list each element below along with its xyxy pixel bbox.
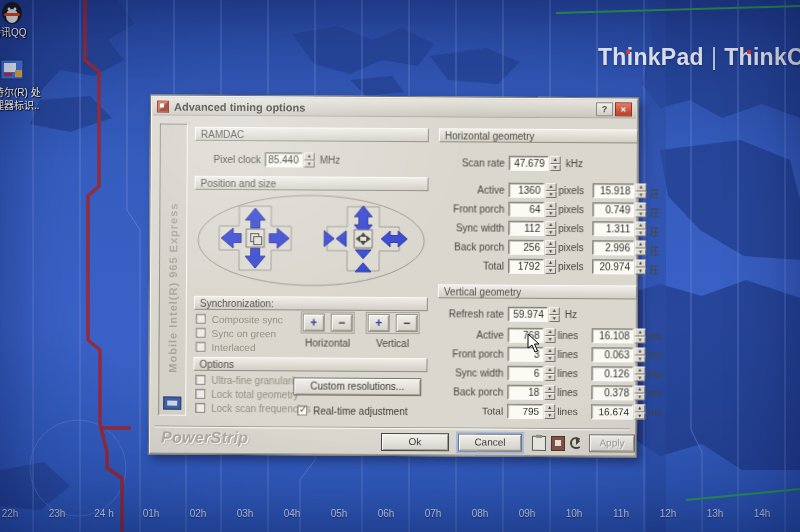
horizontal-polarity-group: + − xyxy=(301,311,355,333)
spinner[interactable] xyxy=(544,385,555,400)
spinner[interactable] xyxy=(635,202,646,217)
help-button[interactable]: ? xyxy=(596,102,613,116)
row-label: Back porch xyxy=(437,386,503,397)
apply-button[interactable]: Apply xyxy=(589,434,635,452)
copy-timings-icon[interactable] xyxy=(532,436,546,451)
pixel-clock-label: Pixel clock xyxy=(195,154,261,165)
h-sync-plus-button[interactable]: + xyxy=(303,313,325,331)
spinner[interactable] xyxy=(545,202,556,217)
h-active-row: Active 1360 pixels 15.918 荘 xyxy=(438,182,638,199)
spinner[interactable] xyxy=(634,385,645,400)
restore-icon[interactable] xyxy=(570,437,582,449)
scan-rate-unit: kHz xyxy=(566,158,583,169)
desktop-icon-intel-label-2: 理器标识.. xyxy=(0,97,40,112)
section-ramdac: RAMDAC xyxy=(195,127,429,142)
realtime-adjustment-checkbox[interactable] xyxy=(297,405,307,415)
h-sync-width-time-field[interactable]: 1.311 xyxy=(592,221,634,236)
h-sync-minus-button[interactable]: − xyxy=(331,314,353,332)
save-timings-icon[interactable] xyxy=(551,436,565,451)
v-sync-plus-button[interactable]: + xyxy=(368,314,390,332)
h-front-porch-time-field[interactable]: 0.749 xyxy=(592,202,634,217)
hour-label: 07h xyxy=(410,508,456,519)
section-synchronization: Synchronization: xyxy=(194,296,428,311)
row-label: Total xyxy=(437,405,503,416)
desktop-icon-intel-utility[interactable] xyxy=(0,58,24,86)
ok-button[interactable]: Ok xyxy=(381,433,449,451)
hour-label: 05h xyxy=(316,508,362,519)
interlaced-checkbox[interactable] xyxy=(196,342,206,352)
h-front-porch-pixels-field[interactable]: 64 xyxy=(508,202,544,217)
refresh-rate-field[interactable]: 59.974 xyxy=(508,307,548,322)
sync-on-green-checkbox[interactable] xyxy=(196,328,206,338)
v-back-porch-lines-field[interactable]: 18 xyxy=(507,385,543,400)
close-button[interactable]: × xyxy=(615,102,632,116)
h-active-pixels-field[interactable]: 1360 xyxy=(508,183,544,198)
refresh-rate-spinner[interactable] xyxy=(549,307,560,322)
hour-label: 09h xyxy=(504,508,550,519)
hour-label: 24 h xyxy=(81,508,127,519)
pixels-unit: pixels xyxy=(558,185,584,196)
v-total-lines-field[interactable]: 795 xyxy=(507,404,543,419)
pixel-clock-spinner[interactable] xyxy=(304,152,315,167)
lock-geometry-checkbox[interactable] xyxy=(195,389,205,399)
spinner[interactable] xyxy=(545,183,556,198)
cancel-button[interactable]: Cancel xyxy=(458,433,522,451)
h-sync-width-pixels-field[interactable]: 112 xyxy=(508,221,544,236)
title-bar[interactable]: Advanced timing options ? × xyxy=(153,98,636,119)
spinner[interactable] xyxy=(635,240,646,255)
v-sync-width-lines-field[interactable]: 6 xyxy=(507,366,543,381)
lock-frequencies-checkbox[interactable] xyxy=(195,403,205,413)
custom-resolutions-button[interactable]: Custom resolutions... xyxy=(293,377,421,396)
spinner[interactable] xyxy=(545,240,556,255)
h-front-porch-row: Front porch 64 pixels 0.749 荘 xyxy=(438,201,638,218)
spinner[interactable] xyxy=(635,259,646,274)
lines-unit: lines xyxy=(558,330,579,341)
spinner[interactable] xyxy=(635,183,646,198)
v-front-porch-time-field[interactable]: 0.063 xyxy=(591,347,633,362)
section-horizontal-geometry: Horizontal geometry xyxy=(439,128,638,143)
spinner[interactable] xyxy=(544,404,555,419)
v-active-time-field[interactable]: 16.108 xyxy=(592,328,634,343)
spinner[interactable] xyxy=(545,221,556,236)
hour-label: 03h xyxy=(222,508,268,519)
scan-rate-field[interactable]: 47.679 xyxy=(509,156,549,171)
v-total-time-field[interactable]: 16.674 xyxy=(591,404,633,419)
lines-unit: lines xyxy=(557,349,578,360)
hour-label: 22h xyxy=(0,508,33,519)
scan-rate-spinner[interactable] xyxy=(550,156,561,171)
v-sync-width-time-field[interactable]: 0.126 xyxy=(591,366,633,381)
intel-brand-text: Mobile Intel(R) 965 Express xyxy=(166,133,179,373)
pixel-clock-field[interactable]: 85.440 xyxy=(265,152,303,167)
position-size-panel xyxy=(195,193,428,291)
composite-sync-checkbox[interactable] xyxy=(196,314,206,324)
spinner[interactable] xyxy=(634,366,645,381)
spinner[interactable] xyxy=(634,404,645,419)
app-icon xyxy=(157,101,169,113)
spinner[interactable] xyxy=(545,259,556,274)
hour-label: 11h xyxy=(598,508,644,519)
v-sync-minus-button[interactable]: − xyxy=(396,314,418,332)
spinner[interactable] xyxy=(545,328,556,343)
h-active-time-field[interactable]: 15.918 xyxy=(592,183,634,198)
vertical-polarity-label: Vertical xyxy=(361,338,425,349)
spinner[interactable] xyxy=(544,366,555,381)
intel-chip-icon xyxy=(163,397,181,410)
spinner[interactable] xyxy=(634,347,645,362)
hour-label: 23h xyxy=(34,508,80,519)
h-back-porch-pixels-field[interactable]: 256 xyxy=(508,240,544,255)
time-unit: 荘 xyxy=(649,224,659,239)
ultra-fine-checkbox[interactable] xyxy=(195,375,205,385)
spinner[interactable] xyxy=(544,347,555,362)
spinner[interactable] xyxy=(635,221,646,236)
section-vertical-geometry: Vertical geometry xyxy=(438,284,637,299)
h-total-pixels-field[interactable]: 1792 xyxy=(508,259,544,274)
v-back-porch-time-field[interactable]: 0.378 xyxy=(591,385,633,400)
lock-frequencies-label: Lock scan frequencies xyxy=(211,403,311,415)
row-label: Sync width xyxy=(438,222,504,233)
brand-thinkcentre: ThinkCentre xyxy=(724,44,800,70)
spinner[interactable] xyxy=(635,328,646,343)
vertical-polarity-group: + − xyxy=(366,312,420,334)
time-unit: 荘 xyxy=(649,262,659,277)
h-back-porch-time-field[interactable]: 2.996 xyxy=(592,240,634,255)
h-total-time-field[interactable]: 20.974 xyxy=(592,259,634,274)
